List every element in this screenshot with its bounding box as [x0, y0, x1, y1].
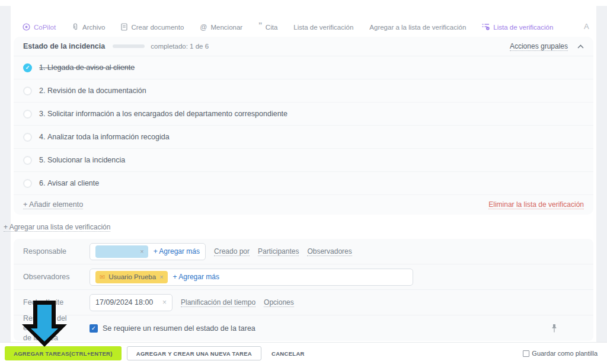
toolbar-create-document-button[interactable]: Crear documento — [121, 23, 184, 32]
summary-checkbox[interactable]: ✓ — [90, 324, 98, 333]
checklist-item-text[interactable]: 5. Solucionar la incidencia — [39, 156, 125, 164]
checklist-footer: + Añadir elemento Eliminar la lista de v… — [14, 195, 593, 215]
toolbar-attach-label: Archivo — [82, 24, 105, 31]
task-fields-block: Responsable × + Agregar más Creado por P… — [14, 239, 593, 341]
checklist-item-row[interactable]: ✓ 1. Llegada de aviso al cliente — [14, 56, 593, 79]
page-background-left — [0, 6, 11, 342]
toolbar-copilot-button[interactable]: CoPilot — [23, 23, 56, 32]
group-actions-link[interactable]: Acciones grupales — [510, 42, 568, 51]
save-template-checkbox[interactable] — [523, 350, 529, 357]
checklist-block: Estado de la incidencia completado: 1 de… — [14, 37, 593, 215]
clear-date-icon[interactable]: × — [162, 298, 167, 306]
chevron-up-icon[interactable] — [577, 44, 584, 49]
responsible-row: Responsable × + Agregar más Creado por P… — [14, 239, 593, 264]
checklist-item-row[interactable]: 6. Avisar al cliente — [14, 172, 593, 195]
observers-input[interactable]: ✉ Usuario Prueba × + Agregar más — [90, 269, 413, 286]
quote-icon: ” — [258, 24, 262, 30]
checklist-item-text[interactable]: 6. Avisar al cliente — [39, 179, 99, 187]
participants-link[interactable]: Participantes — [258, 247, 299, 256]
checkbox-unchecked-icon[interactable] — [23, 133, 32, 142]
observers-row: Observadores ✉ Usuario Prueba × + Agrega… — [14, 264, 593, 290]
remove-chip-icon[interactable]: × — [140, 248, 143, 255]
save-template-control: Guardar como plantilla — [523, 350, 598, 357]
delete-checklist-link[interactable]: Eliminar la lista de verificación — [488, 200, 584, 209]
checklist-header: Estado de la incidencia completado: 1 de… — [14, 37, 593, 56]
toolbar-checklist-button[interactable]: Lista de verificación — [293, 24, 353, 31]
responsible-user-chip[interactable]: × — [95, 245, 148, 258]
checklist-item-text[interactable]: 1. Llegada de aviso al cliente — [39, 63, 135, 72]
toolbar-quote-button[interactable]: ” Cita — [258, 24, 277, 31]
observers-label: Observadores — [23, 272, 90, 282]
checklist-icon — [482, 23, 490, 31]
summary-checkbox-label: Se requiere un resumen del estado de la … — [103, 324, 255, 333]
font-size-button[interactable]: A — [584, 22, 589, 31]
checklist-item-row[interactable]: 5. Solucionar la incidencia — [14, 149, 593, 172]
checklist-title[interactable]: Estado de la incidencia — [23, 42, 105, 50]
toolbar-mention-label: Mencionar — [210, 24, 242, 31]
deadline-input[interactable]: 17/09/2024 18:00 × — [90, 294, 172, 311]
checklist-item-row[interactable]: 2. Revisión de la documentación — [14, 79, 593, 103]
checklist-item-row[interactable]: 4. Analizar toda la información recogida — [14, 126, 593, 149]
copilot-icon — [23, 23, 30, 32]
observer-user-chip[interactable]: ✉ Usuario Prueba × — [95, 271, 168, 283]
checklist-item-row[interactable]: 3. Solicitar información a los encargado… — [14, 103, 593, 126]
checkbox-unchecked-icon[interactable] — [23, 156, 32, 165]
toolbar-copilot-label: CoPilot — [34, 24, 56, 31]
checklist-progress-label: completado: 1 de 6 — [151, 43, 209, 50]
deadline-row: Fecha límite 17/09/2024 18:00 × Planific… — [14, 290, 593, 315]
created-by-link[interactable]: Creado por — [214, 247, 250, 256]
cancel-button[interactable]: CANCELAR — [263, 346, 314, 360]
observer-chip-name: Usuario Prueba — [108, 273, 156, 280]
remove-chip-icon[interactable]: × — [159, 273, 163, 280]
save-template-label: Guardar como plantilla — [532, 350, 598, 357]
envelope-icon: ✉ — [100, 274, 105, 280]
task-create-panel: CoPilot Archivo Crear documento @ Mencio… — [0, 0, 607, 364]
summary-row: Resumen del estado de la tarea ✓ Se requ… — [14, 315, 593, 341]
checklist-item-text[interactable]: 4. Analizar toda la información recogida — [39, 133, 170, 141]
time-planning-link[interactable]: Planificación del tiempo — [181, 298, 255, 307]
footer-action-bar: AGREGAR TAREAS(CTRL+ENTER) AGREGAR Y CRE… — [0, 342, 607, 364]
responsible-add-more-link[interactable]: + Agregar más — [154, 247, 200, 256]
toolbar-checklist-active-label: Lista de verificación — [493, 24, 553, 31]
deadline-value: 17/09/2024 18:00 — [95, 298, 153, 306]
document-icon — [121, 23, 127, 32]
checklist-item-text[interactable]: 2. Revisión de la documentación — [39, 87, 146, 95]
observers-add-more-link[interactable]: + Agregar más — [173, 273, 219, 281]
toolbar-checklist-active-button[interactable]: Lista de verificación — [482, 23, 553, 31]
options-link[interactable]: Opciones — [264, 298, 294, 307]
add-checklist-item-link[interactable]: + Añadir elemento — [23, 200, 83, 209]
toolbar-checklist-label: Lista de verificación — [293, 24, 353, 31]
mention-icon: @ — [200, 24, 207, 31]
toolbar-quote-label: Cita — [266, 24, 277, 31]
paperclip-icon — [72, 23, 79, 32]
checkbox-unchecked-icon[interactable] — [23, 110, 32, 119]
pin-icon[interactable] — [551, 324, 557, 333]
checkbox-checked-icon[interactable]: ✓ — [23, 63, 32, 72]
editor-toolbar: CoPilot Archivo Crear documento @ Mencio… — [23, 21, 553, 34]
toolbar-add-to-checklist-label: Agregar a la lista de verificación — [369, 24, 466, 31]
checkbox-unchecked-icon[interactable] — [23, 179, 32, 188]
responsible-input[interactable]: × + Agregar más — [90, 243, 206, 260]
toolbar-create-document-label: Crear documento — [131, 24, 184, 31]
add-and-create-button[interactable]: AGREGAR Y CREAR UNA NUEVA TAREA — [127, 346, 261, 360]
toolbar-mention-button[interactable]: @ Mencionar — [200, 24, 242, 31]
toolbar-add-to-checklist-button[interactable]: Agregar a la lista de verificación — [369, 24, 466, 31]
checklist-item-text[interactable]: 3. Solicitar información a los encargado… — [39, 110, 287, 118]
observers-link[interactable]: Observadores — [307, 247, 352, 256]
toolbar-attach-button[interactable]: Archivo — [72, 23, 105, 32]
add-checklist-link[interactable]: + Agregar una lista de verificación — [4, 223, 110, 232]
annotation-arrow-icon — [21, 301, 68, 350]
responsible-label: Responsable — [23, 247, 90, 256]
page-background-right — [596, 6, 607, 342]
checkbox-unchecked-icon[interactable] — [23, 87, 32, 95]
checklist-progress-bar — [113, 44, 145, 48]
